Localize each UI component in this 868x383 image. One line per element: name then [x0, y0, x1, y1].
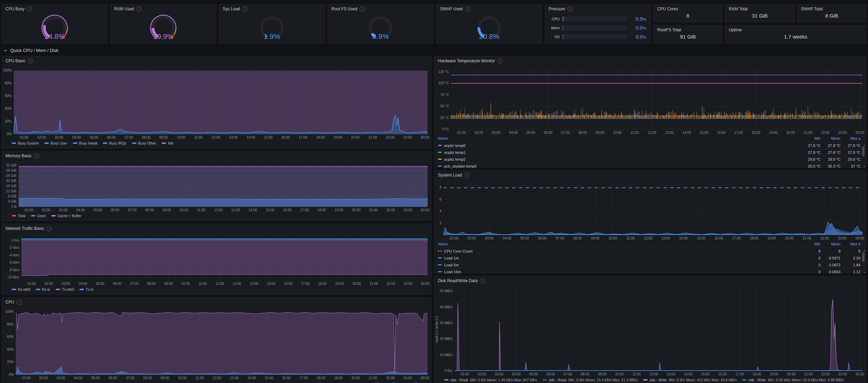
- info-icon[interactable]: i: [27, 7, 32, 12]
- column-max[interactable]: Max: [402, 382, 421, 383]
- column-name[interactable]: Name: [438, 136, 801, 140]
- column-name[interactable]: Name: [26, 382, 362, 383]
- legend-item[interactable]: Cache + Buffer: [51, 214, 81, 218]
- legend-item[interactable]: sdb - WriteMin: 9.28 kB/s Mean: 43.9 kB/…: [742, 378, 844, 382]
- network-traffic-chart[interactable]: 01:0002:0003:0004:0005:0006:0007:0008:00…: [2, 233, 431, 286]
- info-icon[interactable]: i: [360, 7, 365, 12]
- info-icon[interactable]: i: [136, 7, 142, 12]
- legend-item[interactable]: Busy Iowait: [73, 141, 98, 145]
- svg-text:6: 6: [439, 198, 441, 201]
- cpu-legend-table-header[interactable]: Name Min Mean Max ▴: [2, 380, 431, 383]
- column-min[interactable]: Min: [801, 242, 821, 246]
- legend-table-header[interactable]: NameMinMeanMax ▴: [438, 135, 860, 142]
- memory-basic-legend: TotalUsedCache + Buffer: [2, 212, 431, 219]
- scrollbar-thumb[interactable]: [862, 252, 865, 262]
- legend-table-row[interactable]: acpitz temp127.8 °C27.8 °C27.8 °C: [438, 149, 860, 156]
- svg-text:04:00: 04:00: [509, 131, 518, 135]
- info-icon[interactable]: i: [46, 226, 52, 231]
- info-icon[interactable]: i: [465, 7, 470, 12]
- legend-table-row[interactable]: pch_skylake temp029.5 °C35.3 °C37 °C: [438, 162, 860, 169]
- cpu-chart[interactable]: 01:0002:0003:0004:0005:0006:0007:0008:00…: [2, 307, 431, 380]
- svg-text:15:00: 15:00: [264, 136, 273, 139]
- panel-header[interactable]: CPU Basic i: [2, 56, 431, 65]
- scroll-down-icon[interactable]: ▾: [864, 271, 865, 274]
- disk-read-write-chart[interactable]: 01:0002:0003:0004:0005:0006:0007:0008:00…: [435, 285, 866, 376]
- column-max[interactable]: Max ▾: [840, 242, 860, 246]
- legend-item[interactable]: Busy IRQs: [103, 141, 126, 145]
- panel-pressure: Pressure i CPU 0.9% Mem 0.0% I/O 0.0%: [545, 4, 651, 44]
- panel-header[interactable]: Pressure i: [545, 4, 650, 13]
- panel-header[interactable]: RAM Total: [725, 4, 794, 13]
- system-load-legend-table: NameMinMeanMax ▾CPU Core Count888Load 1m…: [435, 241, 866, 275]
- legend-item[interactable]: sda - ReadMin: 0 B/s Mean: 1.45 kB/s Max…: [444, 378, 537, 382]
- info-icon[interactable]: i: [28, 58, 33, 64]
- legend-table-header[interactable]: NameMinMeanMax ▾: [438, 241, 860, 247]
- scrollbar-thumb[interactable]: [862, 147, 865, 156]
- info-icon[interactable]: i: [480, 278, 485, 284]
- panel-header[interactable]: Hardware Temperature Monitor i: [435, 56, 866, 65]
- svg-text:18:00: 18:00: [752, 372, 761, 376]
- legend-item[interactable]: sda - WriteMin: 0 B/s Mean: 411 kB/s Max…: [643, 378, 737, 382]
- info-icon[interactable]: i: [497, 58, 503, 64]
- svg-text:23:00: 23:00: [838, 131, 847, 135]
- panel-header[interactable]: SWAP Used i: [437, 4, 542, 13]
- pressure-label: Mem: [549, 26, 560, 30]
- legend-item[interactable]: Busy User: [44, 141, 67, 145]
- legend-item[interactable]: Used: [31, 214, 46, 218]
- series-stat-value: 29.5 °C: [801, 164, 821, 168]
- legend-item[interactable]: Busy System: [12, 141, 39, 145]
- legend-table-row[interactable]: Load 1m00.09712.24: [438, 254, 860, 261]
- scroll-up-icon[interactable]: ▴: [864, 143, 865, 146]
- series-stat-value: 29.8 °C: [840, 157, 860, 161]
- legend-item[interactable]: Idle: [162, 141, 174, 145]
- legend-table-row[interactable]: acpitz temp027.8 °C27.8 °C27.8 °C: [438, 142, 860, 149]
- cpu-basic-chart[interactable]: 01:0002:0003:0004:0005:0006:0007:0008:00…: [2, 65, 431, 140]
- panel-header[interactable]: Uptime: [725, 25, 866, 34]
- info-icon[interactable]: i: [34, 153, 39, 159]
- system-load-chart[interactable]: 01:0002:0003:0004:0005:0006:0007:0008:00…: [435, 180, 866, 241]
- legend-table-row[interactable]: CPU Core Count888: [438, 247, 860, 254]
- legend-table-row[interactable]: Load 5m00.08721.84: [438, 261, 860, 268]
- column-min[interactable]: Min: [801, 136, 821, 140]
- panel-header[interactable]: Sys Load i: [219, 4, 325, 13]
- row-toggle-quick-cpu-mem-disk[interactable]: Quick CPU / Mem / Disk: [3, 48, 58, 53]
- panel-header[interactable]: Disk Read/Write Data i: [435, 276, 866, 285]
- hardware-temperature-chart[interactable]: 01:0002:0003:0004:0005:0006:0007:0008:00…: [435, 65, 866, 135]
- legend-item[interactable]: Rx lo: [36, 287, 50, 291]
- column-min[interactable]: Min: [362, 382, 382, 383]
- panel-header[interactable]: RAM Used i: [111, 4, 216, 13]
- legend-table-row[interactable]: acpitz temp229.8 °C29.8 °C29.8 °C: [438, 156, 860, 162]
- panel-header[interactable]: CPU Busy i: [2, 4, 107, 13]
- svg-text:17:00: 17:00: [299, 136, 307, 139]
- column-mean[interactable]: Mean: [821, 136, 840, 140]
- column-mean[interactable]: Mean: [821, 242, 840, 246]
- panel-header[interactable]: SWAP Total: [798, 4, 866, 13]
- legend-item[interactable]: sdb - ReadMin: 0 B/s Mean: 16.4 kB/s Max…: [542, 378, 638, 382]
- scroll-up-icon[interactable]: ▴: [864, 249, 865, 252]
- column-name[interactable]: Name: [438, 242, 801, 246]
- legend-item[interactable]: Tx lo: [79, 287, 94, 291]
- svg-text:20.8%: 20.8%: [479, 32, 499, 40]
- legend-item[interactable]: Busy Other: [132, 141, 156, 145]
- column-max[interactable]: Max ▴: [840, 136, 860, 141]
- info-icon[interactable]: i: [242, 7, 248, 12]
- memory-basic-chart[interactable]: 01:0002:0003:0004:0005:0006:0007:0008:00…: [2, 160, 431, 212]
- panel-header[interactable]: Memory Basic i: [2, 151, 431, 160]
- info-icon[interactable]: i: [568, 7, 573, 12]
- panel-header[interactable]: System Load i: [435, 171, 866, 180]
- svg-text:8.9%: 8.9%: [372, 32, 389, 40]
- info-icon[interactable]: i: [17, 300, 22, 305]
- panel-header[interactable]: RootFS Total: [654, 25, 722, 34]
- legend-item[interactable]: Total: [12, 214, 25, 218]
- column-mean[interactable]: Mean: [382, 382, 402, 383]
- legend-table-row[interactable]: Load 15m00.05531.12: [438, 268, 860, 275]
- legend-item[interactable]: Rx eth0: [12, 287, 30, 291]
- pressure-value: 0.0%: [630, 25, 646, 31]
- scroll-down-icon[interactable]: ▾: [864, 166, 865, 168]
- panel-header[interactable]: CPU i: [2, 298, 431, 307]
- panel-header[interactable]: Root FS Used i: [328, 4, 433, 13]
- panel-header[interactable]: Network Traffic Basic i: [2, 224, 431, 233]
- info-icon[interactable]: i: [464, 173, 470, 178]
- panel-header[interactable]: CPU Cores: [654, 4, 722, 13]
- legend-item[interactable]: Tx eth0: [56, 287, 74, 291]
